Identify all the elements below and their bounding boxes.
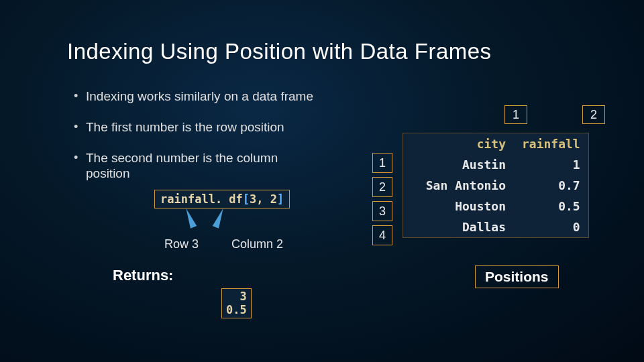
bullet-list: Indexing works similarly on a data frame…	[74, 88, 315, 196]
table-row: San Antonio 0.7	[403, 175, 588, 196]
row-pos-2: 2	[372, 177, 392, 197]
cell-rain: 0	[514, 217, 588, 237]
cell-city: Dallas	[403, 217, 514, 237]
row-pos-4: 4	[372, 225, 392, 245]
table-row: Austin 1	[403, 154, 588, 175]
header-city: city	[403, 133, 514, 154]
bullet-1: Indexing works similarly on a data frame	[74, 88, 315, 105]
cell-city: Houston	[403, 196, 514, 217]
col-label: Column 2	[231, 237, 283, 251]
col-pos-2: 2	[582, 105, 605, 124]
code-comma: ,	[256, 192, 270, 206]
row-pos-3: 3	[372, 201, 392, 221]
code-col-arg: 2	[270, 192, 277, 206]
returns-value: 0.5	[226, 304, 247, 317]
header-rainfall: rainfall	[514, 133, 588, 154]
code-rbracket: ]	[277, 192, 284, 206]
table-row: Houston 0.5	[403, 196, 588, 217]
code-row-arg: 3	[250, 192, 256, 206]
row-label: Row 3	[164, 237, 199, 251]
cell-rain: 1	[514, 154, 588, 175]
code-expression: rainfall. df[3, 2]	[154, 190, 290, 208]
arrow-row-icon	[183, 207, 197, 229]
table-header-row: city rainfall	[403, 133, 588, 154]
code-lbracket: [	[243, 192, 250, 206]
table-row: Dallas 0	[403, 217, 588, 237]
cell-city: Austin	[403, 154, 514, 175]
returns-index: 3	[226, 290, 247, 304]
bullet-3: The second number is the column position	[74, 150, 315, 182]
cell-rain: 0.7	[514, 175, 588, 196]
returns-box: 3 0.5	[221, 288, 252, 318]
positions-label: Positions	[475, 265, 559, 288]
code-identifier: rainfall. df	[160, 192, 243, 206]
row-pos-1: 1	[372, 153, 392, 173]
cell-rain: 0.5	[514, 196, 588, 217]
data-frame-table: city rainfall Austin 1 San Antonio 0.7 H…	[402, 133, 589, 238]
bullet-2: The first number is the row position	[74, 119, 315, 135]
slide-title: Indexing Using Position with Data Frames	[67, 39, 492, 64]
returns-heading: Returns:	[113, 267, 173, 284]
cell-city: San Antonio	[403, 175, 514, 196]
arrow-col-icon	[213, 207, 227, 229]
col-pos-1: 1	[504, 105, 527, 124]
